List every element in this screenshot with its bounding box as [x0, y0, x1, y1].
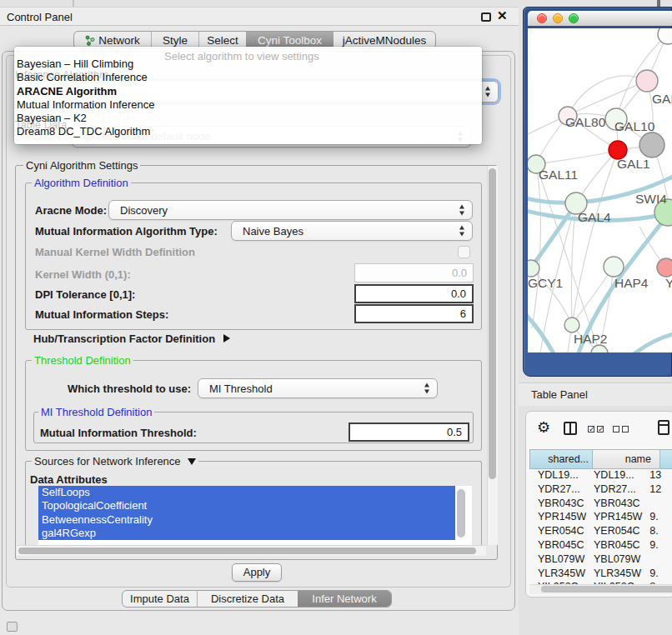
table-cell: YDR27...	[529, 482, 586, 497]
kernel-width-field[interactable]: 0.0	[354, 263, 474, 282]
table-scrollbar-thumb[interactable]	[541, 586, 672, 592]
tab-label: Cyni Toolbox	[258, 34, 322, 47]
network-node-hap4[interactable]	[604, 257, 624, 277]
table-cell: 13	[646, 468, 672, 482]
close-icon[interactable]: ✕	[497, 8, 508, 23]
top-artifact	[73, 0, 74, 7]
data-attribute-item[interactable]: TopologicalCoefficient	[38, 499, 455, 512]
mi-type-label: Mutual Information Algorithm Type:	[35, 225, 218, 238]
data-attribute-item[interactable]: SelfLoops	[38, 486, 455, 499]
node-label: GAL80	[565, 115, 606, 129]
network-node-y[interactable]	[657, 258, 672, 277]
algorithm-option[interactable]: Dream8 DC_TDC Algorithm	[15, 125, 481, 138]
table-cell: 9.	[646, 510, 672, 524]
float-window-icon[interactable]	[481, 12, 491, 22]
table-cell: YPR145W	[529, 510, 586, 524]
table-cell	[646, 552, 672, 567]
aracne-mode-combobox[interactable]: Discovery	[108, 200, 473, 220]
mi-threshold-group-title: MI Threshold Definition	[38, 406, 154, 418]
table-row[interactable]: YER054CYER054C8.	[529, 524, 672, 538]
table-cell: 12	[646, 482, 672, 497]
algorithm-option[interactable]: Mutual Information Inference	[15, 98, 481, 112]
node-label: GAL4	[578, 210, 611, 224]
network-node-gcy1[interactable]	[528, 260, 539, 277]
combobox-stepper-icon	[459, 205, 465, 216]
aracne-mode-value: Discovery	[120, 204, 168, 217]
bottom-tab-bar: Impute DataDiscretize DataInfer Network	[122, 590, 392, 608]
algorithm-option[interactable]: Bayesian – K2	[15, 112, 481, 125]
table-row[interactable]: YLR345WYLR345W9.	[529, 567, 672, 581]
node-label: GAL11	[539, 168, 578, 182]
tab-network[interactable]: Network	[74, 32, 151, 48]
tab-label: Style	[163, 34, 188, 47]
columns-icon[interactable]	[564, 422, 577, 435]
hub-definition-toggle[interactable]: Hub/Transcription Factor Definition	[33, 332, 230, 345]
table-cell: 9.	[646, 538, 672, 552]
select-all-checkboxes-icon[interactable]: ✓✓	[588, 426, 604, 432]
network-edge	[536, 150, 618, 164]
network-window-titlebar[interactable]	[528, 11, 672, 26]
table-cell: YBL079W	[586, 552, 646, 567]
inference-algorithm-label: Inference Algorithm	[15, 68, 108, 81]
deselect-all-checkboxes-icon[interactable]	[613, 426, 629, 432]
mi-threshold-field[interactable]: 0.5	[349, 422, 469, 442]
hub-definition-label: Hub/Transcription Factor Definition	[33, 332, 215, 345]
network-node-hap2[interactable]	[564, 318, 579, 332]
column-header[interactable]: name	[593, 449, 660, 469]
horizontal-scrollbar-thumb[interactable]	[18, 548, 476, 554]
which-threshold-value: MI Threshold	[209, 382, 273, 395]
control-panel-title: Control Panel	[7, 11, 73, 23]
aracne-mode-label: Aracne Mode:	[35, 204, 107, 217]
mi-threshold-label: Mutual Information Threshold:	[40, 427, 197, 439]
sources-group-title[interactable]: Sources for Network Inference	[32, 455, 198, 468]
table-row[interactable]: YDL19...YDL19...13	[529, 468, 672, 482]
apply-button[interactable]: Apply	[232, 563, 282, 582]
manual-kernel-checkbox[interactable]	[458, 246, 470, 258]
combobox-stepper-icon	[459, 226, 465, 237]
mi-type-combobox[interactable]: Naive Bayes	[231, 221, 473, 241]
tab-cyni-toolbox[interactable]: Cyni Toolbox	[246, 32, 333, 48]
column-header[interactable]: shared...	[529, 449, 593, 469]
table-mode-icon[interactable]	[658, 420, 669, 435]
close-traffic-light[interactable]	[537, 13, 547, 23]
table-cell: YBR043C	[529, 497, 586, 511]
network-canvas[interactable]: GAL7GAL80GAL10GAL1GAL11SWI4GAL4GCY1HAP4Y…	[528, 28, 672, 352]
minimize-traffic-light[interactable]	[553, 13, 563, 23]
table-cell: YDL19...	[529, 468, 586, 482]
table-cell: YBR043C	[586, 497, 646, 511]
node-label: HAP2	[574, 332, 608, 346]
data-attribute-item[interactable]: BetweennessCentrality	[38, 513, 455, 527]
mi-steps-field[interactable]: 6	[354, 304, 474, 323]
tab-select[interactable]: Select	[198, 32, 246, 48]
network-node[interactable]	[591, 345, 608, 352]
list-scrollbar-thumb[interactable]	[457, 489, 465, 538]
tab-jactivemnodules[interactable]: jActiveMNodules	[333, 32, 435, 48]
gear-icon[interactable]: ⚙	[537, 418, 550, 437]
table-row[interactable]: YBR045CYBR045C9.	[529, 538, 672, 552]
dpi-tolerance-field[interactable]: 0.0	[354, 284, 474, 303]
bottom-tab-discretize-data[interactable]: Discretize Data	[197, 591, 298, 607]
bottom-tab-impute-data[interactable]: Impute Data	[123, 591, 197, 607]
node-label: GAL1	[617, 157, 650, 171]
table-row[interactable]: YBL079WYBL079W	[529, 552, 672, 567]
bottom-tab-infer-network[interactable]: Infer Network	[298, 591, 391, 607]
table-row[interactable]: YDR27...YDR27...12	[529, 482, 672, 497]
network-node-gal7[interactable]	[636, 70, 658, 92]
table-row[interactable]: YPR145WYPR145W9.	[529, 510, 672, 524]
zoom-traffic-light[interactable]	[569, 13, 579, 23]
network-node[interactable]	[639, 132, 664, 158]
cyni-group-title: Cyni Algorithm Settings	[23, 159, 140, 172]
network-edge-highlighted	[633, 333, 672, 352]
data-attribute-item[interactable]: gal4RGexp	[38, 527, 455, 540]
tab-label: jActiveMNodules	[343, 34, 427, 47]
table-cell: YDR27...	[586, 482, 646, 497]
which-threshold-label: Which threshold to use:	[68, 382, 191, 395]
column-header[interactable]	[660, 449, 672, 469]
algorithm-dropdown-popup: Select algorithm to view settings Bayesi…	[14, 47, 482, 144]
vertical-scrollbar-thumb[interactable]	[489, 168, 496, 479]
corner-icon[interactable]	[7, 622, 18, 632]
algorithm-option[interactable]: ARACNE Algorithm	[15, 85, 481, 98]
table-row[interactable]: YBR043CYBR043C	[529, 497, 672, 511]
which-threshold-combobox[interactable]: MI Threshold	[198, 378, 438, 398]
tab-style[interactable]: Style	[151, 32, 198, 48]
